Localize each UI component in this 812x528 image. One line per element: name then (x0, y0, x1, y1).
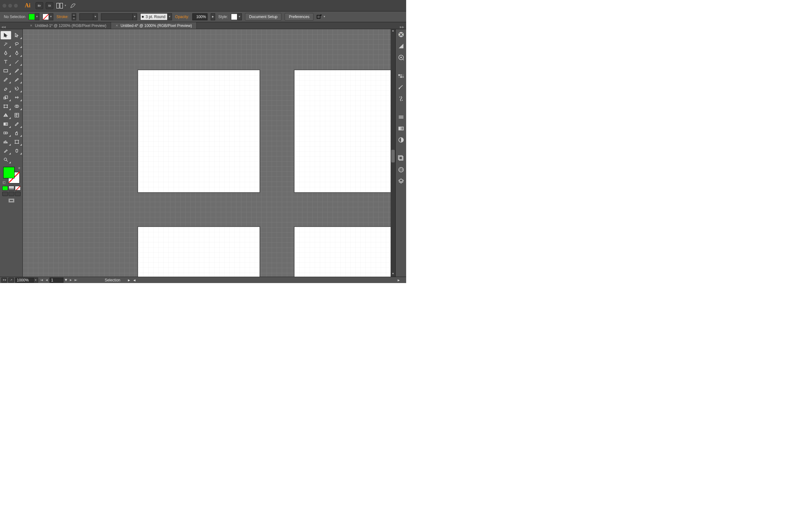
draw-behind-icon[interactable] (9, 192, 14, 196)
symbols-panel-icon[interactable] (397, 95, 405, 102)
first-artboard-icon[interactable]: I◀ (39, 278, 44, 282)
lasso-tool[interactable] (12, 40, 22, 48)
slice-tool[interactable] (1, 147, 11, 155)
free-transform-tool[interactable] (1, 102, 11, 111)
hscroll-right-icon[interactable]: ▶ (397, 279, 400, 282)
stroke-weight-stepper[interactable]: ▲ ▼ (72, 13, 76, 20)
rectangle-tool[interactable] (1, 67, 11, 75)
hscroll-left-icon[interactable]: ◀ (133, 279, 135, 282)
symbol-sprayer-tool[interactable] (12, 129, 22, 137)
scale-tool[interactable] (1, 93, 11, 102)
artboard-tool[interactable] (12, 138, 22, 146)
eraser-tool[interactable] (1, 84, 11, 93)
screen-mode-button[interactable] (9, 199, 14, 204)
line-segment-tool[interactable] (12, 58, 22, 66)
pen-tool[interactable] (1, 49, 11, 57)
rotate-tool[interactable] (12, 84, 22, 93)
stroke-weight-field[interactable] (79, 13, 93, 20)
zoom-level-dropdown[interactable]: 1000% ▼ (15, 278, 38, 283)
blend-tool[interactable] (1, 129, 11, 137)
stroke-swatch-dropdown[interactable]: ▼ (43, 13, 53, 20)
minimize-window-icon[interactable] (8, 4, 12, 8)
color-mode-solid[interactable] (2, 186, 8, 190)
color-mode-gradient[interactable] (9, 186, 14, 190)
gpu-preview-icon[interactable] (70, 2, 76, 9)
swap-fill-stroke-icon[interactable]: ⤮ (18, 166, 20, 170)
scroll-up-icon[interactable]: ▲ (391, 29, 395, 34)
magic-wand-tool[interactable] (1, 40, 11, 48)
fill-stroke-control[interactable]: ⤮ ◱ (2, 166, 20, 184)
artboard-3[interactable] (138, 226, 260, 277)
scroll-down-icon[interactable]: ▼ (391, 272, 395, 277)
artboard-1[interactable] (138, 70, 260, 193)
transparency-panel-icon[interactable] (397, 136, 405, 143)
column-graph-tool[interactable] (1, 138, 11, 146)
stock-button[interactable]: St (46, 2, 53, 9)
layers-panel-icon[interactable] (397, 178, 405, 185)
opacity-input[interactable] (192, 13, 207, 20)
color-mode-none[interactable] (15, 186, 20, 190)
artboard-2[interactable] (294, 70, 391, 193)
status-flyout-button[interactable]: ✦▾ (1, 278, 7, 283)
graphic-styles-panel-icon[interactable] (397, 166, 405, 173)
step-down-icon[interactable]: ▼ (72, 17, 76, 20)
document-setup-button[interactable]: Document Setup (245, 13, 281, 20)
direct-selection-tool[interactable] (12, 31, 22, 39)
brush-definition-dropdown[interactable]: 3 pt. Round ▼ (140, 13, 172, 20)
preferences-button[interactable]: Preferences (285, 13, 314, 20)
perspective-grid-tool[interactable] (1, 111, 11, 119)
hand-tool[interactable] (12, 147, 22, 155)
close-tab-icon[interactable]: ✕ (116, 24, 118, 27)
width-tool[interactable] (12, 93, 22, 102)
graphic-style-dropdown[interactable]: ▼ (231, 13, 242, 20)
collapse-tools-icon[interactable]: ◀◀ (1, 25, 6, 29)
blob-brush-tool[interactable] (12, 75, 22, 84)
close-tab-icon[interactable]: ✕ (30, 24, 32, 27)
artboard-4[interactable] (294, 226, 391, 277)
vertical-scroll-thumb[interactable] (391, 150, 395, 162)
color-guide-panel-icon[interactable] (397, 43, 405, 49)
vertical-scrollbar[interactable]: ▲ ▼ (391, 29, 395, 277)
fill-swatch-dropdown[interactable]: ▼ (29, 13, 39, 20)
hscroll-right-end-icon[interactable]: ▶ (128, 279, 130, 282)
draw-inside-icon[interactable] (15, 192, 20, 196)
stroke-weight-dropdown[interactable]: ▼ (79, 13, 98, 20)
mesh-tool[interactable] (12, 111, 22, 119)
close-window-icon[interactable] (2, 4, 6, 8)
artboard-number-field[interactable] (49, 278, 63, 283)
chevron-down-icon[interactable]: ▼ (64, 278, 68, 283)
draw-normal-icon[interactable] (2, 192, 8, 196)
appearance-panel-icon[interactable] (397, 155, 405, 162)
paintbrush-tool[interactable] (12, 67, 22, 75)
brushes-panel-icon[interactable] (397, 84, 405, 91)
variable-width-profile-dropdown[interactable]: ▼ (101, 13, 137, 20)
stroke-label[interactable]: Stroke: (57, 15, 69, 19)
color-themes-panel-icon[interactable] (397, 54, 405, 61)
default-fill-stroke-icon[interactable]: ◱ (2, 180, 5, 184)
status-export-button[interactable]: ↗ (8, 278, 14, 283)
arrange-documents-button[interactable]: ▼ (56, 2, 67, 9)
doc-tab-1[interactable]: ✕ Untitled-1* @ 1200% (RGB/Pixel Preview… (25, 22, 111, 29)
align-to-dropdown[interactable]: ▼ (317, 14, 325, 19)
zoom-tool[interactable] (1, 156, 11, 164)
color-panel-icon[interactable] (397, 31, 405, 38)
opacity-dropdown-caret[interactable]: ▶ (211, 13, 215, 20)
shape-builder-tool[interactable] (12, 102, 22, 111)
stroke-panel-icon[interactable] (397, 114, 405, 121)
pencil-tool[interactable] (1, 75, 11, 84)
swatches-panel-icon[interactable] (397, 72, 405, 79)
curvature-tool[interactable] (12, 49, 22, 57)
zoom-level-value[interactable]: 1000% (15, 278, 34, 283)
eyedropper-tool[interactable] (12, 120, 22, 128)
canvas[interactable]: ▲ ▼ (23, 29, 395, 277)
collapse-panels-icon[interactable]: ▶▶ (400, 25, 404, 29)
fill-color-swatch[interactable] (3, 167, 15, 178)
prev-artboard-icon[interactable]: ◀ (44, 278, 49, 282)
zoom-window-icon[interactable] (14, 4, 18, 8)
last-artboard-icon[interactable]: ▶I (74, 278, 78, 282)
step-up-icon[interactable]: ▲ (72, 13, 76, 17)
next-artboard-icon[interactable]: ▶ (69, 278, 73, 282)
gradient-panel-icon[interactable] (397, 125, 405, 132)
selection-tool[interactable] (1, 31, 11, 39)
doc-tab-2[interactable]: ✕ Untitled-4* @ 1000% (RGB/Pixel Preview… (111, 22, 197, 29)
